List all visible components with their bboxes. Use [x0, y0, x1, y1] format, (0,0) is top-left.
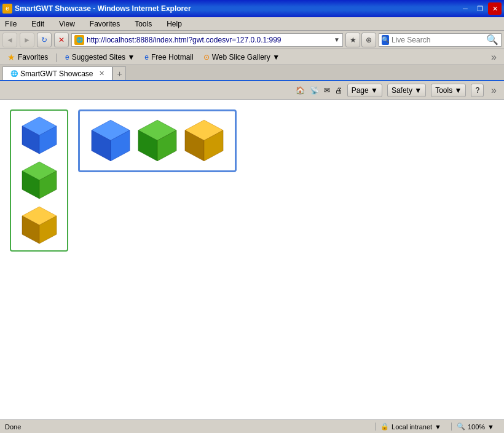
search-button[interactable]: 🔍 [486, 34, 498, 46]
tab-bar: 🌐 SmartGWT Showcase ✕ + [0, 65, 504, 81]
browser-icon: e [2, 4, 12, 14]
title-bar: e SmartGWT Showcase - Windows Internet E… [0, 0, 504, 17]
favorites-more-button[interactable]: » [489, 52, 499, 63]
suggested-sites-label: Suggested Sites ▼ [72, 53, 135, 62]
menu-help[interactable]: Help [164, 18, 184, 30]
zone-label: Local intranet [392, 423, 432, 431]
zoom-icon: 🔍 [457, 423, 465, 431]
zone-icon: 🔒 [380, 423, 389, 431]
tab-label: SmartGWT Showcase [20, 70, 93, 78]
menu-tools[interactable]: Tools [132, 18, 154, 30]
address-icon: 🌐 [74, 35, 84, 45]
forward-button[interactable]: ► [20, 33, 34, 47]
ie-toolbar: 🏠 📡 ✉ 🖨 Page ▼ Safety ▼ Tools ▼ ? » [0, 81, 504, 100]
web-slice-gallery-label: Web Slice Gallery ▼ [212, 53, 280, 62]
nav-bar: ◄ ► ↻ ✕ 🌐 ▼ ★ ⊕ 🔍 🔍 [0, 31, 504, 49]
browser-window: e SmartGWT Showcase - Windows Internet E… [0, 0, 504, 433]
separator-1: | [55, 52, 58, 62]
window-controls: ─ ❒ ✕ [459, 2, 502, 15]
search-input[interactable] [392, 36, 484, 44]
horizontal-cube-container [78, 109, 237, 172]
blue-cube-horizontal [90, 119, 132, 163]
gold-cube-vertical [21, 205, 58, 245]
address-bar: 🌐 ▼ [71, 33, 343, 47]
page-label: Page ▼ [352, 86, 378, 95]
help-label: ? [475, 86, 479, 95]
zone-dropdown-icon: ▼ [435, 423, 441, 431]
back-button[interactable]: ◄ [2, 33, 17, 47]
zoom-control[interactable]: 🔍 100% ▼ [451, 423, 499, 431]
favorites-button[interactable]: ★ Favorites [5, 51, 50, 63]
green-cube-vertical [21, 161, 58, 201]
zoom-dropdown-icon: ▼ [487, 423, 494, 431]
refresh-button[interactable]: ↻ [37, 33, 52, 47]
new-tab-button[interactable]: + [112, 66, 126, 80]
home-button[interactable]: 🏠 [296, 86, 305, 95]
tab-icon: 🌐 [10, 70, 18, 77]
favorites-label: Favorites [18, 53, 48, 62]
star-icon: ★ [7, 52, 15, 62]
address-go-button[interactable]: ▼ [334, 36, 340, 43]
status-bar: Done 🔒 Local intranet ▼ 🔍 100% ▼ [0, 419, 504, 433]
restore-button[interactable]: ❒ [473, 2, 487, 15]
tools-menu-button[interactable]: Tools ▼ [431, 84, 466, 97]
gold-cube-horizontal [183, 119, 225, 163]
feeds-button[interactable]: 📡 [310, 86, 319, 95]
menu-view[interactable]: View [57, 18, 77, 30]
search-bar: 🔍 🔍 [379, 33, 502, 47]
add-favorites-button[interactable]: ⊕ [361, 33, 376, 47]
safety-label: Safety ▼ [392, 86, 422, 95]
print-button[interactable]: 🖨 [335, 86, 342, 95]
content-wrapper [0, 100, 504, 419]
green-cube-horizontal [136, 119, 178, 163]
mail-button[interactable]: ✉ [324, 86, 330, 95]
address-input[interactable] [87, 36, 331, 44]
blue-cube-vertical [21, 116, 58, 156]
ie-icon-2: e [144, 53, 149, 62]
stop-button[interactable]: ✕ [54, 33, 69, 47]
ie-icon-3: ⊙ [203, 53, 210, 62]
menu-edit[interactable]: Edit [29, 18, 47, 30]
search-provider-icon[interactable]: 🔍 [382, 35, 389, 45]
free-hotmail-button[interactable]: e Free Hotmail [142, 52, 195, 63]
security-zone[interactable]: 🔒 Local intranet ▼ [375, 423, 446, 431]
favorites-button[interactable]: ★ [345, 33, 360, 47]
menu-bar: File Edit View Favorites Tools Help [0, 17, 504, 31]
minimize-button[interactable]: ─ [459, 2, 472, 15]
ie-icon-1: e [65, 53, 69, 62]
status-right: 🔒 Local intranet ▼ 🔍 100% ▼ [375, 423, 499, 431]
close-button[interactable]: ✕ [488, 2, 502, 15]
window-title: SmartGWT Showcase - Windows Internet Exp… [15, 4, 459, 13]
tab-close-icon[interactable]: ✕ [99, 70, 104, 77]
content-area [0, 100, 504, 419]
menu-file[interactable]: File [2, 18, 19, 30]
tab-smartgwt[interactable]: 🌐 SmartGWT Showcase ✕ [2, 66, 112, 80]
vertical-cube-container [10, 109, 68, 252]
status-text: Done [5, 423, 372, 431]
zoom-label: 100% [468, 423, 485, 431]
free-hotmail-label: Free Hotmail [151, 53, 194, 62]
menu-favorites[interactable]: Favorites [87, 18, 122, 30]
page-menu-button[interactable]: Page ▼ [347, 84, 382, 97]
suggested-sites-button[interactable]: e Suggested Sites ▼ [63, 52, 137, 63]
favorites-bar: ★ Favorites | e Suggested Sites ▼ e Free… [0, 49, 504, 65]
web-slice-gallery-button[interactable]: ⊙ Web Slice Gallery ▼ [201, 52, 282, 63]
tools-label: Tools ▼ [435, 86, 462, 95]
help-button[interactable]: ? [471, 84, 484, 97]
safety-menu-button[interactable]: Safety ▼ [387, 84, 426, 97]
toolbar-more-button[interactable]: » [489, 85, 499, 96]
